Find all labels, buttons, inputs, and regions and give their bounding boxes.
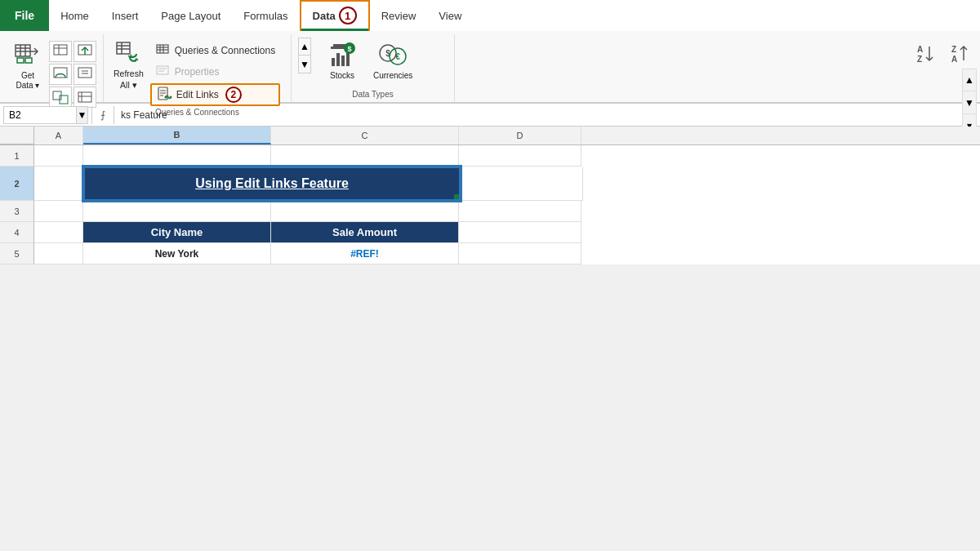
file-menu[interactable]: File (0, 0, 49, 31)
name-box-dropdown[interactable]: ▼ (77, 106, 88, 124)
cell-b3[interactable] (83, 201, 271, 222)
cell-a1[interactable] (34, 145, 83, 167)
cell-b2[interactable]: Using Edit Links Feature (83, 167, 461, 201)
menu-insert[interactable]: Insert (100, 0, 150, 31)
table-row: 2 Using Edit Links Feature (0, 167, 980, 201)
ribbon-group-queries: RefreshAll ▾ (104, 34, 292, 102)
stocks-label: Stocks (330, 71, 354, 81)
scroll-up-button[interactable]: ▲ (298, 38, 311, 56)
menu-home[interactable]: Home (49, 0, 100, 31)
svg-rect-26 (157, 45, 168, 53)
refresh-all-label: RefreshAll ▾ (114, 69, 144, 91)
sort-az-button[interactable]: A Z (911, 41, 942, 69)
cell-c5[interactable]: #REF! (271, 243, 459, 264)
data-types-scroll: ▲ ▼ (298, 38, 311, 73)
cell-b4[interactable]: City Name (83, 222, 271, 243)
formula-separator-2 (114, 106, 114, 124)
svg-rect-40 (332, 58, 335, 66)
svg-rect-19 (78, 92, 91, 102)
cell-d1[interactable] (459, 145, 581, 167)
currencies-button[interactable]: $ € Currencies (370, 38, 416, 83)
col-header-c[interactable]: C (271, 127, 459, 144)
get-data-button[interactable]: GetData ▾ (10, 38, 46, 93)
formula-function-button[interactable]: ⨍ (96, 109, 110, 121)
row-col-corner (0, 127, 34, 144)
step-badge-1: 1 (339, 7, 357, 24)
col-header-d[interactable]: D (459, 127, 581, 144)
svg-rect-6 (25, 58, 32, 63)
edit-links-button[interactable]: Edit Links 2 (150, 83, 280, 106)
svg-text:Z: Z (951, 45, 956, 54)
edit-links-icon (157, 87, 173, 103)
queries-connections-label: Queries & Connections (175, 45, 275, 56)
queries-connections-button[interactable]: Queries & Connections (150, 41, 280, 60)
data-tab-label: Data (313, 10, 336, 22)
cell-d2[interactable] (461, 167, 583, 201)
row-header-1[interactable]: 1 (0, 145, 34, 167)
table-row: 4 City Name Sale Amount (0, 222, 980, 243)
cell-a5[interactable] (34, 243, 83, 264)
menu-data[interactable]: Data 1 (300, 0, 370, 31)
ribbon-scroll-up[interactable]: ▲ (962, 69, 977, 91)
cell-d3[interactable] (459, 201, 581, 222)
transform-icon-4[interactable] (74, 64, 96, 85)
cell-d5[interactable] (459, 243, 581, 264)
stocks-button[interactable]: $ Stocks (324, 38, 360, 83)
table-row: 5 New York #REF! (0, 243, 980, 264)
transform-icons (49, 38, 96, 108)
cell-a4[interactable] (34, 222, 83, 243)
col-header-row: A B C D (0, 127, 980, 145)
svg-point-38 (164, 96, 167, 99)
currencies-icon: $ € (378, 40, 408, 69)
sheet-area: A B C D 1 2 Using Edit Links Feature 3 4… (0, 127, 980, 264)
row-header-5[interactable]: 5 (0, 243, 34, 264)
formula-partial-text: ks Feature (121, 109, 167, 121)
row-header-2[interactable]: 2 (0, 167, 34, 201)
cell-b5[interactable]: New York (83, 243, 271, 264)
get-transform-content: GetData ▾ (10, 34, 96, 108)
cell-c3[interactable] (271, 201, 459, 222)
ribbon-group-data-types: ▲ ▼ (292, 34, 455, 102)
scroll-down-button[interactable]: ▼ (298, 56, 311, 73)
svg-rect-8 (54, 45, 67, 55)
sort-za-button[interactable]: Z A (946, 41, 977, 69)
cell-a2[interactable] (34, 167, 83, 201)
menu-review[interactable]: Review (370, 0, 428, 31)
cell-c4[interactable]: Sale Amount (271, 222, 459, 243)
col-header-b[interactable]: B (83, 127, 271, 144)
properties-button[interactable]: Properties (150, 62, 280, 82)
cell-d4[interactable] (459, 222, 581, 243)
transform-icon-3[interactable] (49, 64, 72, 85)
cell-a3[interactable] (34, 201, 83, 222)
cell-b2-text: Using Edit Links Feature (88, 176, 456, 191)
cell-b1[interactable] (83, 145, 271, 167)
transform-icon-5[interactable] (49, 87, 72, 108)
menu-page-layout[interactable]: Page Layout (149, 0, 232, 31)
properties-icon (155, 64, 172, 80)
svg-text:$: $ (347, 45, 351, 53)
row-header-4[interactable]: 4 (0, 222, 34, 243)
menu-view[interactable]: View (427, 0, 473, 31)
transform-icon-6[interactable] (74, 87, 96, 108)
queries-content: RefreshAll ▾ (110, 34, 284, 106)
formula-content: ks Feature (118, 109, 977, 121)
svg-rect-14 (78, 68, 91, 78)
ribbon-container: File Home Insert Page Layout Formulas Da… (0, 0, 980, 104)
menu-formulas[interactable]: Formulas (232, 0, 299, 31)
resize-handle[interactable] (454, 194, 459, 199)
name-box[interactable]: B2 (3, 106, 77, 124)
transform-icon-1[interactable] (49, 41, 72, 62)
stocks-icon: $ (327, 40, 357, 69)
data-types-label: Data Types (298, 88, 448, 102)
ribbon: GetData ▾ (0, 31, 980, 103)
svg-rect-41 (336, 53, 340, 66)
menu-bar: File Home Insert Page Layout Formulas Da… (0, 0, 980, 31)
transform-icon-2[interactable] (74, 41, 96, 62)
col-header-a[interactable]: A (34, 127, 83, 144)
edit-links-label: Edit Links (176, 89, 219, 100)
cell-c1[interactable] (271, 145, 459, 167)
row-header-3[interactable]: 3 (0, 201, 34, 222)
queries-vcol: Queries & Connections Properties (150, 38, 280, 106)
refresh-all-button[interactable]: RefreshAll ▾ (110, 38, 147, 92)
properties-label: Properties (175, 66, 220, 78)
